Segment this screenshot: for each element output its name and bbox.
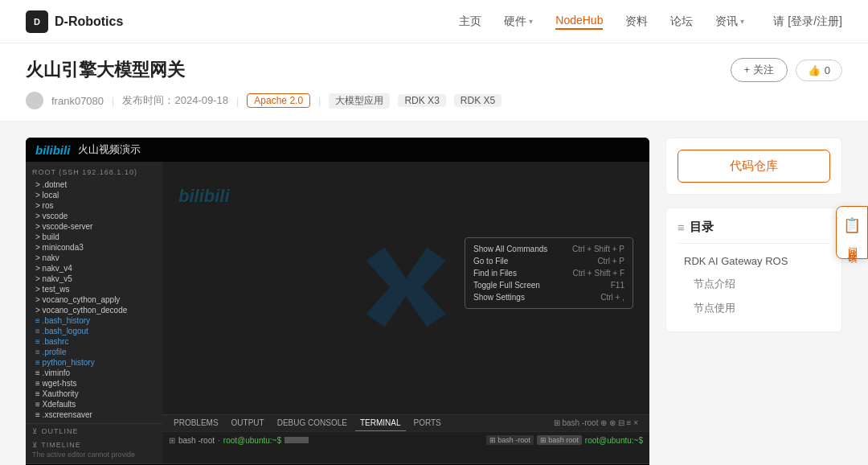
like-count: 0 [825,64,830,76]
cmd-item: Toggle Full ScreenF11 [473,279,624,291]
logo-icon: D [26,10,48,33]
like-button[interactable]: 👍 0 [796,60,842,81]
sidebar-item: > build [26,232,162,242]
code-repo-button[interactable]: 代码仓库 [678,150,830,183]
right-sidebar: 代码仓库 ≡ 目录 RDK AI Gateway ROS 节点介绍 节点使用 [665,138,842,465]
action-buttons: + 关注 👍 0 [731,58,842,82]
sub-header: 火山引擎大模型网关 + 关注 👍 0 frank07080 | 发布时间：202… [0,43,868,121]
sidebar-item: ≡ .bashrc [26,336,162,347]
sidebar-item: ≡ Xauthority [26,389,162,399]
tag-1[interactable]: RDK X3 [398,94,445,107]
terminal-prompt-1: root@ubuntu:~$ [223,436,281,445]
cmd-item: Show SettingsCtrl + , [473,291,624,303]
news-dropdown-icon: ▾ [740,17,744,26]
sidebar-item: > test_ws [26,284,162,294]
tab-terminal[interactable]: TERMINAL [355,415,406,431]
sidebar-item: ≡ .bash_logout [26,326,162,336]
nav-hardware[interactable]: 硬件 ▾ [504,14,533,29]
nav-home[interactable]: 主页 [459,14,481,29]
sidebar-item: > vscode-server [26,221,162,232]
hardware-dropdown-icon: ▾ [529,17,533,26]
author-name[interactable]: frank07080 [51,95,104,107]
cmd-item: Show All CommandsCtrl + Shift + P [473,243,624,255]
sidebar-item: > ros [26,200,162,211]
toc-item-1[interactable]: 节点介绍 [678,272,830,296]
meta-sep-1: | [112,95,114,107]
toc-title: 目录 [690,220,714,235]
video-title: 火山视频演示 [78,142,141,157]
main-nav: 主页 硬件 ▾ NodeHub 资料 论坛 资讯 ▾ 请 [登录/注册] [459,14,842,30]
tab-problems[interactable]: PROBLEMS [169,415,223,431]
publish-date: 发布时间：2024-09-18 [122,93,228,108]
cmd-item: Go to FileCtrl + P [473,255,624,267]
code-repo-card: 代码仓库 [665,138,842,195]
command-palette: Show All CommandsCtrl + Shift + P Go to … [465,237,633,309]
toc-header: ≡ 目录 [678,220,830,235]
sidebar-item: ≡ .viminfo [26,368,162,378]
tab-debug[interactable]: DEBUG CONSOLE [272,415,352,431]
bilibili-watermark: bilibili [178,186,230,207]
toc-item-0[interactable]: RDK AI Gateway ROS [678,250,830,272]
tab-output[interactable]: OUTPUT [227,415,269,431]
follow-button[interactable]: + 关注 [731,58,788,82]
terminal-prompt-2: root@ubuntu:~$ [585,436,643,445]
sidebar-item: > local [26,190,162,200]
terminal-right: ⊞ bash -root ⊞ bash root root@ubuntu:~$ [486,435,643,445]
tab-ports[interactable]: PORTS [409,415,446,431]
feedback-float[interactable]: 📋 问题反馈 [836,206,868,259]
sidebar-item: ≡ python_history [26,357,162,368]
meta-sep-2: | [236,95,239,107]
license-badge[interactable]: Apache 2.0 [247,93,310,108]
terminal-info: ⊞ bash -root ⊕ ⊗ ⊟ ≡ × [549,415,643,431]
nav-forum[interactable]: 论坛 [670,14,693,29]
nav-login[interactable]: 请 [登录/注册] [773,14,842,29]
sidebar-item: > vocano_cython_apply [26,294,162,305]
sidebar-item: > nakv_v5 [26,274,162,284]
feedback-text: 问题反馈 [845,239,859,249]
meta-sep-3: | [318,95,321,107]
sidebar-item: ≡ .bash_history [26,315,162,326]
toc-card: ≡ 目录 RDK AI Gateway ROS 节点介绍 节点使用 [665,208,842,332]
bilibili-bar: bilibili 火山视频演示 [26,138,649,162]
content-area: bilibili 火山视频演示 ROOT (SSH 192.168.1.10) … [26,138,649,465]
video-dark: ROOT (SSH 192.168.1.10) > .dotnet > loca… [26,162,649,463]
toc-item-2[interactable]: 节点使用 [678,296,830,320]
terminal-row-1: ⊞ bash -root · root@ubuntu:~$ [169,435,309,445]
sidebar-item: ≡ .xscreensaver [26,409,162,420]
sidebar-item: > vscode [26,211,162,221]
toc-icon: ≡ [678,220,685,234]
vscode-sidebar: ROOT (SSH 192.168.1.10) > .dotnet > loca… [26,162,162,463]
logo-text: D-Robotics [55,14,123,29]
sidebar-item: > vocano_cython_decode [26,305,162,315]
tag-0[interactable]: 大模型应用 [329,93,390,109]
page-title: 火山引擎大模型网关 [26,58,185,82]
nav-nodehub[interactable]: NodeHub [555,14,603,30]
sidebar-item: > nakv [26,253,162,263]
bottom-tabs: PROBLEMS OUTPUT DEBUG CONSOLE TERMINAL P… [162,414,649,431]
sidebar-item: ≡ wget-hsts [26,378,162,389]
sidebar-item: > nakv_v4 [26,263,162,274]
terminal-area: ⊞ bash -root · root@ubuntu:~$ ⊞ bash -ro… [162,431,649,463]
feedback-icon: 📋 [843,216,861,234]
header: D D-Robotics 主页 硬件 ▾ NodeHub 资料 论坛 资讯 ▾ … [0,0,868,43]
vscode-x-icon [362,243,450,334]
page-title-row: 火山引擎大模型网关 + 关注 👍 0 [26,58,842,82]
nav-resources[interactable]: 资料 [625,14,648,29]
sidebar-item: ≡ .profile [26,347,162,357]
editor-main: bilibili Show All CommandsCtrl + Shift +… [162,162,649,463]
sidebar-item: > .dotnet [26,179,162,190]
main-layout: bilibili 火山视频演示 ROOT (SSH 192.168.1.10) … [0,121,868,465]
sidebar-item: > miniconda3 [26,242,162,253]
sidebar-item: ≡ Xdefaults [26,399,162,409]
author-avatar [26,92,43,109]
meta-row: frank07080 | 发布时间：2024-09-18 | Apache 2.… [26,92,842,109]
editor-content: bilibili Show All CommandsCtrl + Shift +… [162,162,649,414]
like-icon: 👍 [808,64,821,76]
toc-divider [678,243,830,244]
logo[interactable]: D D-Robotics [26,10,123,33]
cmd-item: Find in FilesCtrl + Shift + F [473,267,624,279]
bilibili-logo: bilibili [35,143,70,157]
video-container[interactable]: bilibili 火山视频演示 ROOT (SSH 192.168.1.10) … [26,138,649,465]
nav-news[interactable]: 资讯 ▾ [715,14,744,29]
tag-2[interactable]: RDK X5 [454,94,502,107]
